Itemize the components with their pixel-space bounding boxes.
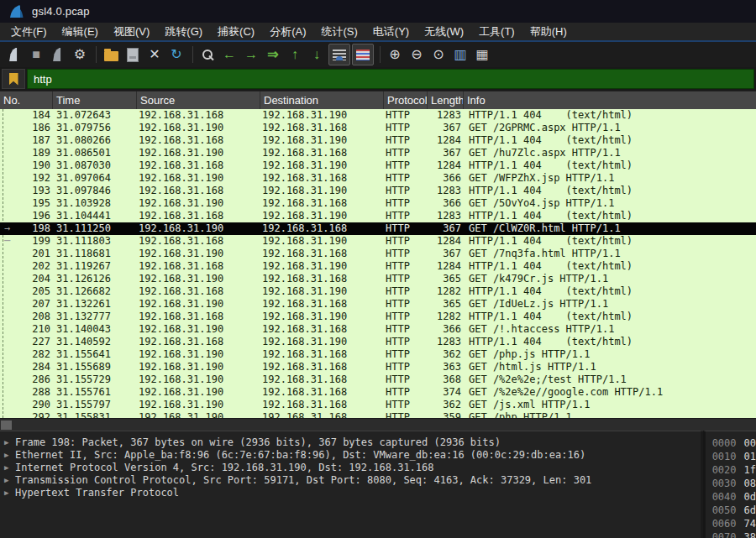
detail-line-frame[interactable]: ▶Frame 198: Packet, 367 bytes on wire (2… [0, 436, 701, 449]
menu-item-capture[interactable]: 捕获(C) [210, 23, 262, 40]
auto-scroll-icon[interactable] [328, 44, 350, 65]
cell-length: 365 [428, 273, 464, 285]
packet-row[interactable]: 19631.104441192.168.31.168192.168.31.190… [0, 210, 756, 222]
zoom-reset-icon[interactable]: ⊙ [428, 44, 449, 65]
hex-row[interactable]: 001001 [706, 450, 756, 463]
packet-row[interactable]: 20531.126682192.168.31.168192.168.31.190… [0, 285, 756, 298]
go-bottom-icon[interactable]: ↓ [307, 44, 327, 65]
column-header-source[interactable]: Source [137, 91, 260, 110]
go-top-icon[interactable]: ↑ [285, 44, 305, 65]
expand-arrow-icon[interactable]: ▶ [4, 462, 8, 474]
packet-row[interactable]: 18631.079756192.168.31.190192.168.31.168… [0, 122, 756, 134]
menu-item-statistics[interactable]: 统计(S) [313, 23, 365, 40]
packet-row[interactable]: 19931.111803192.168.31.168192.168.31.190… [0, 235, 756, 248]
cell-length: 1283 [428, 109, 464, 122]
hex-row[interactable]: 00400d [706, 490, 756, 504]
detail-line-http[interactable]: ▶Hypertext Transfer Protocol [0, 487, 701, 499]
menu-item-view[interactable]: 视图(V) [106, 23, 157, 40]
zoom-out-icon[interactable]: ⊖ [407, 44, 427, 65]
column-header-info[interactable]: Info [464, 91, 756, 110]
detail-line-ethernet[interactable]: ▶Ethernet II, Src: Apple_ba:f8:96 (6c:7e… [0, 449, 701, 462]
hex-offset: 0020 [711, 463, 737, 477]
hex-bytes: 1f [744, 463, 756, 477]
restart-capture-icon [52, 48, 64, 61]
go-forward-icon[interactable]: → [241, 44, 261, 65]
display-filter-input[interactable] [27, 69, 754, 89]
menu-item-wireless[interactable]: 无线(W) [417, 23, 471, 40]
go-to-packet-icon[interactable]: ⇒ [263, 44, 283, 65]
menu-item-help[interactable]: 帮助(H) [522, 23, 575, 40]
expand-arrow-icon[interactable]: ▶ [4, 436, 8, 449]
hex-row[interactable]: 00506d [706, 504, 756, 517]
packet-row[interactable]: 28431.155689192.168.31.190192.168.31.168… [0, 361, 756, 373]
packet-row[interactable]: 20131.118681192.168.31.190192.168.31.168… [0, 248, 756, 260]
hex-row[interactable]: 007038 [706, 530, 756, 538]
close-file-icon[interactable]: ✕ [144, 44, 165, 65]
column-header-destination[interactable]: Destination [260, 91, 384, 110]
zoom-in-icon[interactable]: ⊕ [385, 44, 405, 65]
packet-row[interactable]: 29231.155831192.168.31.190192.168.31.168… [0, 411, 756, 418]
packet-row[interactable]: 28831.155761192.168.31.190192.168.31.168… [0, 386, 756, 399]
reload-file-icon[interactable]: ↻ [166, 44, 186, 65]
packet-row[interactable]: 20431.126126192.168.31.190192.168.31.168… [0, 273, 756, 285]
packet-row[interactable]: 19331.097846192.168.31.168192.168.31.190… [0, 185, 756, 197]
detail-line-ip[interactable]: ▶Internet Protocol Version 4, Src: 192.1… [0, 462, 701, 474]
menu-item-edit[interactable]: 编辑(E) [55, 23, 106, 40]
filter-bookmark-button[interactable] [2, 69, 25, 89]
menu-item-go[interactable]: 跳转(G) [157, 23, 210, 40]
cell-no: 288 [0, 386, 53, 399]
cell-source: 192.168.31.190 [137, 373, 260, 386]
toolbar-separator [380, 46, 381, 63]
packet-row[interactable]: 28631.155729192.168.31.190192.168.31.168… [0, 373, 756, 386]
packet-row[interactable]: 19531.103928192.168.31.190192.168.31.168… [0, 197, 756, 210]
packet-row[interactable]: 20231.119267192.168.31.168192.168.31.190… [0, 260, 756, 273]
go-back-icon[interactable]: ← [219, 44, 239, 65]
open-file-icon[interactable] [101, 44, 121, 65]
resize-columns-icon[interactable]: ▥ [450, 44, 470, 65]
auto-scroll-icon [333, 50, 346, 60]
menu-item-telephony[interactable]: 电话(Y) [365, 23, 417, 40]
packet-row-selected[interactable]: 19831.111250192.168.31.190192.168.31.168… [0, 222, 756, 235]
menu-item-tools[interactable]: 工具(T) [471, 23, 522, 40]
save-file-icon[interactable] [123, 44, 143, 65]
column-header-no[interactable]: No. [0, 91, 53, 110]
scrollbar-handle[interactable] [1, 420, 12, 430]
packet-row[interactable]: 19231.097064192.168.31.190192.168.31.168… [0, 172, 756, 185]
capture-options-icon[interactable]: ⚙ [70, 44, 90, 65]
packet-row[interactable]: 18931.086501192.168.31.190192.168.31.168… [0, 147, 756, 159]
hex-row[interactable]: 00201f [706, 463, 756, 477]
packet-row[interactable]: 21031.140043192.168.31.190192.168.31.168… [0, 323, 756, 336]
start-capture-icon[interactable] [4, 44, 24, 65]
column-header-time[interactable]: Time [53, 91, 137, 110]
packet-row[interactable]: 20731.132261192.168.31.190192.168.31.168… [0, 298, 756, 311]
layout-icon[interactable]: ▦ [472, 44, 492, 65]
packet-row[interactable]: 18431.072643192.168.31.168192.168.31.190… [0, 109, 756, 122]
menu-item-file[interactable]: 文件(F) [3, 23, 55, 40]
column-header-protocol[interactable]: Protocol [384, 91, 428, 110]
hex-row[interactable]: 003008 [706, 477, 756, 490]
cell-destination: 192.168.31.168 [260, 273, 384, 285]
packet-row[interactable]: 28231.155641192.168.31.190192.168.31.168… [0, 348, 756, 361]
packet-row[interactable]: 20831.132777192.168.31.168192.168.31.190… [0, 311, 756, 323]
menu-item-analyze[interactable]: 分析(A) [262, 23, 313, 40]
expand-arrow-icon[interactable]: ▶ [4, 487, 8, 499]
hex-row[interactable]: 006074 [706, 517, 756, 530]
packet-row[interactable]: 22731.140592192.168.31.168192.168.31.190… [0, 336, 756, 348]
detail-line-tcp[interactable]: ▶Transmission Control Protocol, Src Port… [0, 474, 701, 487]
cell-info: HTTP/1.1 404 (text/html) [464, 235, 756, 248]
packet-row[interactable]: 18731.080266192.168.31.168192.168.31.190… [0, 134, 756, 147]
stop-capture-icon[interactable]: ■ [26, 44, 46, 65]
expand-arrow-icon[interactable]: ▶ [4, 474, 8, 487]
find-packet-icon[interactable] [197, 44, 218, 65]
detail-text: Internet Protocol Version 4, Src: 192.16… [15, 462, 434, 473]
expand-arrow-icon[interactable]: ▶ [4, 449, 8, 462]
cell-info: GET /php HTTP/1.1 [464, 411, 756, 418]
colorize-icon[interactable] [352, 44, 374, 65]
hex-row[interactable]: 000000 [706, 436, 756, 450]
column-header-length[interactable]: Length [428, 91, 464, 110]
cell-length: 1283 [428, 185, 464, 197]
packet-row[interactable]: 19031.087030192.168.31.168192.168.31.190… [0, 159, 756, 172]
restart-capture-icon[interactable] [48, 44, 68, 65]
packet-row[interactable]: 29031.155797192.168.31.190192.168.31.168… [0, 399, 756, 411]
horizontal-scrollbar[interactable] [0, 418, 756, 431]
